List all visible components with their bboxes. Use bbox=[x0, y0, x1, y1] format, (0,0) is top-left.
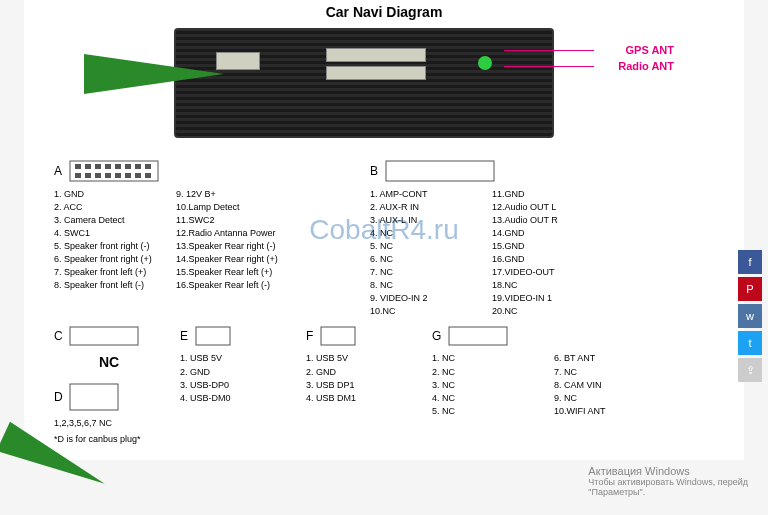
vk-icon[interactable]: w bbox=[738, 304, 762, 328]
svg-rect-6 bbox=[125, 164, 131, 169]
svg-rect-9 bbox=[75, 173, 81, 178]
svg-rect-21 bbox=[321, 327, 355, 345]
diagram-title: Car Navi Diagram bbox=[34, 0, 734, 24]
svg-rect-10 bbox=[85, 173, 91, 178]
B-right-col: 11.GND12.Audio OUT L13.Audio OUT R14.GND… bbox=[492, 188, 602, 318]
twitter-icon[interactable]: t bbox=[738, 331, 762, 355]
svg-rect-1 bbox=[75, 164, 81, 169]
svg-rect-13 bbox=[115, 173, 121, 178]
svg-rect-2 bbox=[85, 164, 91, 169]
svg-rect-11 bbox=[95, 173, 101, 178]
svg-rect-14 bbox=[125, 173, 131, 178]
svg-rect-3 bbox=[95, 164, 101, 169]
connector-A: A 1. GND2. ACC3. Camera Detect4. SWC15. … bbox=[54, 160, 354, 318]
svg-rect-19 bbox=[70, 384, 118, 410]
svg-rect-7 bbox=[135, 164, 141, 169]
windows-activation-overlay: Активация Windows Чтобы активировать Win… bbox=[588, 465, 748, 497]
pinout-grid: A 1. GND2. ACC3. Camera Detect4. SWC15. … bbox=[34, 154, 734, 450]
facebook-icon[interactable]: f bbox=[738, 250, 762, 274]
svg-rect-15 bbox=[135, 173, 141, 178]
svg-rect-22 bbox=[449, 327, 507, 345]
D-list: 1,2,3,5,6,7 NC bbox=[54, 417, 164, 430]
D-footnote: *D is for canbus plug* bbox=[54, 434, 164, 444]
connector-E: E 1. USB 5V2. GND3. USB-DP04. USB-DM0 bbox=[180, 326, 290, 443]
share-icon[interactable]: ⇪ bbox=[738, 358, 762, 382]
svg-rect-17 bbox=[386, 161, 494, 181]
radio-ant-label: Radio ANT bbox=[618, 60, 674, 72]
svg-rect-5 bbox=[115, 164, 121, 169]
B-left-col: 1. AMP-CONT2. AUX-R IN3. AUX-L IN4. NC5.… bbox=[370, 188, 480, 318]
svg-rect-18 bbox=[70, 327, 138, 345]
pinterest-icon[interactable]: P bbox=[738, 277, 762, 301]
gps-ant-label: GPS ANT bbox=[626, 44, 675, 56]
A-left-col: 1. GND2. ACC3. Camera Detect4. SWC15. Sp… bbox=[54, 188, 164, 292]
connector-C: C NC D 1,2,3,5,6,7 NC *D is for canbus p… bbox=[54, 326, 164, 443]
svg-rect-4 bbox=[105, 164, 111, 169]
svg-rect-8 bbox=[145, 164, 151, 169]
C-nc: NC bbox=[54, 352, 164, 372]
connector-G: G 1. NC2. NC3. NC4. NC5. NC 6. BT ANT7. … bbox=[432, 326, 602, 443]
svg-rect-12 bbox=[105, 173, 111, 178]
hero-image-area: Fuse GPS ANT Radio ANT bbox=[34, 24, 734, 154]
A-right-col: 9. 12V B+10.Lamp Detect11.SWC212.Radio A… bbox=[176, 188, 286, 292]
svg-rect-0 bbox=[70, 161, 158, 181]
svg-rect-20 bbox=[196, 327, 230, 345]
share-sidebar: f P w t ⇪ bbox=[738, 250, 762, 385]
arrow-to-connector bbox=[84, 54, 224, 94]
head-unit-rear bbox=[174, 28, 554, 138]
svg-rect-16 bbox=[145, 173, 151, 178]
connector-B: B 1. AMP-CONT2. AUX-R IN3. AUX-L IN4. NC… bbox=[370, 160, 670, 318]
connector-F: F 1. USB 5V2. GND3. USB DP14. USB DM1 bbox=[306, 326, 416, 443]
